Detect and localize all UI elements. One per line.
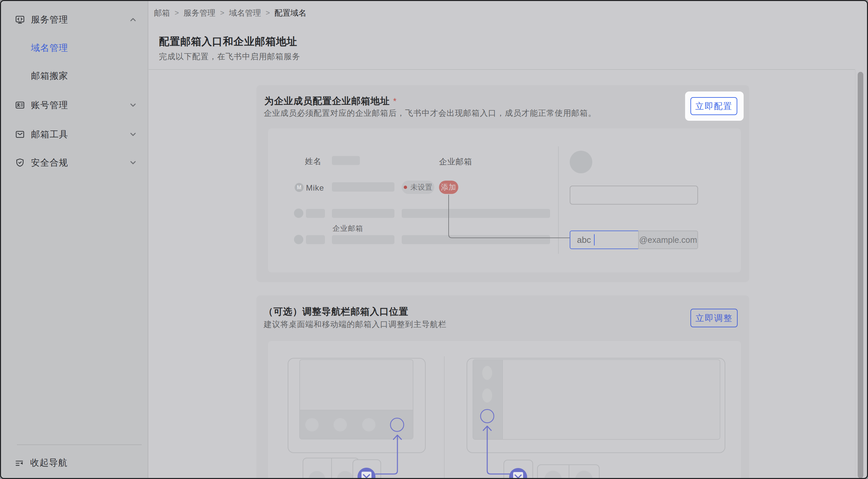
nav-entry-card-description: 建议将桌面端和移动端的邮箱入口调整到主导航栏 [264, 319, 447, 330]
sidebar-item-label: 账号管理 [31, 99, 68, 111]
panel-divider [558, 146, 559, 254]
chevron-down-icon [129, 101, 137, 110]
header-divider [149, 69, 855, 70]
nav-entry-card-title: （可选）调整导航栏邮箱入口位置 [264, 305, 408, 318]
breadcrumb-item-domain[interactable]: 域名管理 [229, 8, 261, 18]
placeholder-bar [332, 156, 360, 165]
dock-separator [569, 465, 569, 479]
sidebar-item-account-management[interactable]: 账号管理 [1, 95, 148, 115]
chevron-down-icon [129, 130, 137, 139]
breadcrumb-separator: > [175, 9, 179, 17]
collapse-nav-label: 收起导航 [30, 457, 67, 469]
id-card-icon [15, 100, 25, 110]
collapse-nav-icon [14, 458, 24, 468]
member-email-card-title: 为企业成员配置企业邮箱地址* [265, 95, 397, 108]
dock-separator [331, 458, 332, 479]
tab-item-placeholder [334, 418, 347, 431]
email-label: 企业邮箱 [333, 223, 363, 234]
mail-icon [15, 129, 25, 139]
breadcrumb-separator: > [266, 9, 270, 17]
chevron-down-icon [129, 158, 137, 167]
desktop-mail-dock-item [503, 460, 533, 479]
page-title: 配置邮箱入口和企业邮箱地址 [159, 35, 297, 49]
tab-item-placeholder [362, 418, 375, 431]
placeholder-bar [332, 209, 395, 218]
member-name: Mike [306, 183, 324, 192]
nav-rail-item-placeholder [482, 366, 492, 380]
adjust-now-button[interactable]: 立即调整 [690, 309, 738, 327]
email-prefix-input[interactable]: abc [570, 231, 639, 249]
tab-item-placeholder [305, 418, 319, 431]
add-button-illustration: 添加 [439, 181, 458, 194]
sidebar-item-label: 邮箱搬家 [31, 70, 68, 82]
avatar-placeholder [294, 235, 303, 244]
sidebar-item-label: 域名管理 [31, 42, 68, 54]
placeholder-bar [306, 209, 325, 218]
monitor-code-icon [15, 14, 25, 25]
sidebar-item-mailbox-migration[interactable]: 邮箱搬家 [1, 66, 148, 86]
sidebar-item-security-compliance[interactable]: 安全合规 [1, 153, 148, 173]
collapse-nav-button[interactable]: 收起导航 [1, 453, 148, 473]
sidebar: 服务管理 域名管理 邮箱搬家 账号管理 [1, 1, 148, 478]
name-column-header: 姓名 [305, 156, 321, 167]
avatar-placeholder [294, 209, 303, 218]
scrollbar-thumb[interactable] [858, 72, 863, 478]
breadcrumb-item-current: 配置域名 [275, 8, 307, 18]
avatar-placeholder-large [570, 151, 592, 173]
email-domain-suffix: @example.com [638, 231, 698, 249]
mockup-divider [444, 356, 445, 479]
sidebar-item-mail-tools[interactable]: 邮箱工具 [1, 124, 148, 144]
nav-rail-item-placeholder [482, 389, 492, 402]
required-mark: * [393, 96, 397, 106]
placeholder-bar [402, 209, 550, 218]
empty-input-illustration [570, 186, 698, 205]
mobile-content-area [300, 360, 413, 410]
desktop-mockup-screen [472, 359, 720, 440]
placeholder-bar [402, 235, 550, 244]
text-cursor [594, 234, 595, 245]
sidebar-item-service-management[interactable]: 服务管理 [1, 10, 148, 30]
desktop-content-area [503, 360, 720, 439]
placeholder-bar [332, 235, 395, 244]
sidebar-item-label: 服务管理 [31, 13, 68, 26]
sidebar-footer-divider [17, 444, 142, 445]
member-avatar: M [294, 183, 304, 192]
breadcrumb-item-service[interactable]: 服务管理 [184, 8, 216, 18]
configure-now-button[interactable]: 立即配置 [690, 97, 737, 115]
status-badge-not-set: 未设置 [402, 181, 434, 194]
placeholder-bar [306, 235, 325, 244]
sidebar-item-label: 安全合规 [31, 157, 68, 169]
chevron-up-icon [129, 15, 137, 24]
sidebar-item-domain-management[interactable]: 域名管理 [1, 38, 148, 58]
member-email-card-description: 企业成员必须配置对应的企业邮箱后，飞书中才会出现邮箱入口，成员才能正常使用邮箱。 [264, 108, 596, 118]
mobile-mail-dock-item [352, 459, 381, 479]
shield-check-icon [15, 158, 25, 168]
breadcrumb-item-mail[interactable]: 邮箱 [154, 8, 170, 18]
email-column-header: 企业邮箱 [439, 156, 472, 167]
sidebar-item-label: 邮箱工具 [31, 128, 68, 140]
page-subtitle: 完成以下配置，在飞书中启用邮箱服务 [159, 51, 300, 62]
placeholder-bar [332, 182, 395, 191]
breadcrumb: 邮箱 > 服务管理 > 域名管理 > 配置域名 [154, 8, 307, 18]
status-dot [404, 186, 407, 189]
breadcrumb-separator: > [220, 9, 224, 17]
app-window: 服务管理 域名管理 邮箱搬家 账号管理 [0, 0, 868, 479]
